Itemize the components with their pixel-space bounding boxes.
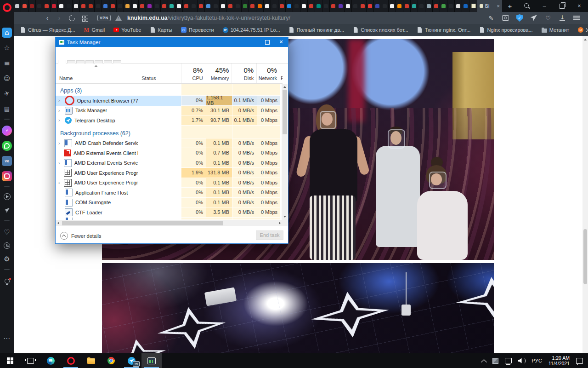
browser-tab[interactable] xyxy=(440,0,447,12)
download-icon[interactable]: ↓ xyxy=(557,14,567,22)
browser-tab[interactable] xyxy=(278,0,286,12)
snapshot-notes-icon[interactable] xyxy=(2,104,12,114)
browser-tab[interactable] xyxy=(28,0,36,12)
whatsapp-icon[interactable] xyxy=(2,141,12,151)
tm-tab[interactable] xyxy=(76,60,85,63)
browser-tab[interactable] xyxy=(205,0,212,12)
process-row[interactable]: › AMD Crash Defender Service 0% 0.1 MB 0… xyxy=(56,138,283,149)
process-group-header[interactable]: Apps (3) xyxy=(56,84,283,96)
tm-close-button[interactable]: ✕ xyxy=(274,37,288,47)
browser-tab[interactable] xyxy=(293,0,300,12)
taskbar-chrome[interactable] xyxy=(101,353,121,368)
tm-tab[interactable] xyxy=(85,60,94,63)
browser-tab[interactable] xyxy=(131,0,139,12)
browser-tab[interactable] xyxy=(425,0,433,12)
clock[interactable]: 1:20 AM 11/4/2021 xyxy=(545,353,573,368)
process-row[interactable]: › AMD User Experience Program ... 1.9% 1… xyxy=(56,168,283,178)
tm-minimize-button[interactable]: — xyxy=(247,37,260,47)
browser-tab[interactable] xyxy=(190,0,198,12)
bookmark-item[interactable]: Метанит xyxy=(542,27,569,33)
bookmark-item[interactable]: Тюнинг nginx. Опт... xyxy=(417,27,471,33)
process-row[interactable]: › Opera Internet Browser (77) 0% 1,158.1… xyxy=(56,96,283,106)
browser-tab[interactable] xyxy=(65,0,73,12)
browser-tab[interactable] xyxy=(80,0,87,12)
easy-setup-menu-icon[interactable] xyxy=(571,14,582,22)
browser-tab[interactable] xyxy=(95,0,102,12)
browser-tab[interactable] xyxy=(161,0,168,12)
end-task-button[interactable]: End task xyxy=(256,230,283,240)
taskbar-task-manager[interactable] xyxy=(141,353,162,368)
browser-tab[interactable] xyxy=(109,0,117,12)
expand-chevron-icon[interactable]: › xyxy=(58,161,64,166)
bookmarks-icon[interactable] xyxy=(2,43,12,53)
task-manager-titlebar[interactable]: Task Manager — ✕ xyxy=(56,37,288,47)
scroll-thumb[interactable] xyxy=(283,90,287,134)
speed-dial-icon[interactable] xyxy=(82,16,87,21)
browser-tab-spreadsheet[interactable] xyxy=(469,0,477,12)
expand-chevron-icon[interactable]: › xyxy=(58,118,65,123)
taskbar-edge[interactable] xyxy=(40,353,61,368)
my-flow-icon[interactable] xyxy=(2,88,12,98)
browser-tab[interactable] xyxy=(51,0,58,12)
bookmark-item[interactable]: И Установка и настр... xyxy=(578,27,588,33)
browser-tab[interactable] xyxy=(337,0,345,12)
bookmark-heart-icon[interactable]: ♡ xyxy=(543,14,553,22)
browser-tab[interactable] xyxy=(359,0,367,12)
browser-tab[interactable] xyxy=(117,0,124,12)
tab-close-icon[interactable]: × xyxy=(497,3,500,9)
browser-tab[interactable] xyxy=(139,0,146,12)
back-button[interactable]: ‹ xyxy=(41,14,53,22)
browser-tab[interactable] xyxy=(227,0,234,12)
adblock-shield-icon[interactable]: ✓ xyxy=(514,14,525,22)
tm-tab[interactable] xyxy=(104,60,112,63)
browser-tab[interactable] xyxy=(146,0,153,12)
browser-tab[interactable] xyxy=(264,0,271,12)
browser-tab[interactable] xyxy=(234,0,242,12)
browser-tab[interactable] xyxy=(330,0,337,12)
browser-tab[interactable] xyxy=(198,0,205,12)
browser-tab[interactable] xyxy=(242,0,249,12)
task-view-button[interactable] xyxy=(20,353,40,368)
browser-tab[interactable] xyxy=(462,0,469,12)
browser-tab[interactable] xyxy=(36,0,43,12)
column-cpu[interactable]: 8% CPU xyxy=(181,63,206,83)
browser-tab[interactable] xyxy=(220,0,227,12)
browser-tab[interactable] xyxy=(367,0,374,12)
browser-tab[interactable] xyxy=(389,0,396,12)
browser-tab[interactable] xyxy=(411,0,418,12)
page-scrollbar[interactable] xyxy=(582,36,588,353)
browser-tab[interactable] xyxy=(286,0,293,12)
sidebar-setup-icon[interactable] xyxy=(2,334,12,344)
player-icon[interactable] xyxy=(4,193,11,200)
volume-icon[interactable] xyxy=(515,353,529,368)
whats-new-bulb-icon[interactable] xyxy=(2,276,12,286)
tray-app-icon[interactable] xyxy=(489,353,502,368)
bookmark-item[interactable]: Карты xyxy=(150,27,172,33)
telegram-sidebar-icon[interactable] xyxy=(2,205,12,215)
bookmark-item[interactable]: Nginx проксирова... xyxy=(479,27,532,33)
process-row[interactable]: › CTF Loader 0% 3.5 MB 0 MB/s 0 Mbps xyxy=(56,207,283,218)
taskbar-file-explorer[interactable] xyxy=(81,353,101,368)
column-status[interactable]: Status xyxy=(138,63,181,83)
favorites-heart-icon[interactable] xyxy=(2,227,12,237)
browser-tab[interactable] xyxy=(396,0,403,12)
process-row[interactable]: › Telegram Desktop 1.7% 90.7 MB 0.1 MB/s… xyxy=(56,115,283,126)
personal-news-icon[interactable] xyxy=(2,73,12,83)
browser-tab[interactable] xyxy=(308,0,315,12)
bookmark-item[interactable]: Список плохих бот... xyxy=(353,27,408,33)
bookmark-item[interactable]: G Перевести xyxy=(181,27,214,33)
settings-gear-icon[interactable] xyxy=(2,254,12,264)
browser-tab[interactable] xyxy=(43,0,51,12)
tray-hidden-icons[interactable] xyxy=(479,353,489,368)
scroll-up-arrow[interactable] xyxy=(584,39,587,40)
browser-tab[interactable] xyxy=(300,0,308,12)
browser-tab[interactable] xyxy=(14,0,21,12)
bookmark-item[interactable]: Полный тюнинг дв... xyxy=(289,27,344,33)
scroll-left-arrow[interactable] xyxy=(57,222,59,224)
browser-tab[interactable] xyxy=(271,0,278,12)
start-button[interactable] xyxy=(0,353,20,368)
start-page-icon[interactable] xyxy=(2,28,12,38)
expand-chevron-icon[interactable]: › xyxy=(58,180,64,185)
browser-tab[interactable] xyxy=(381,0,389,12)
active-tab[interactable]: Бі × xyxy=(477,0,502,12)
